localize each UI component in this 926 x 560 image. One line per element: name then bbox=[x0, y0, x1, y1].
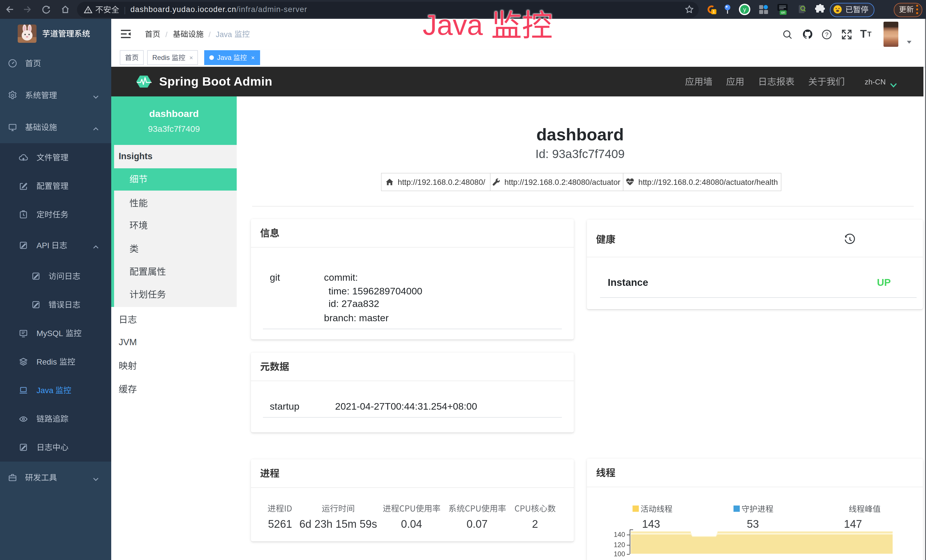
svg-text:y: y bbox=[743, 6, 746, 12]
svg-text:on: on bbox=[781, 10, 785, 15]
svg-text:?: ? bbox=[825, 31, 828, 38]
svg-text:1: 1 bbox=[713, 9, 715, 14]
